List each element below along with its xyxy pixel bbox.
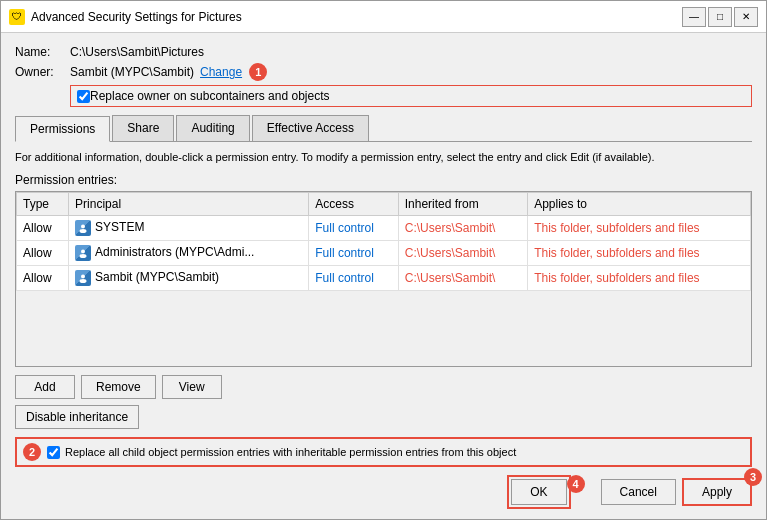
name-label: Name: <box>15 45 70 59</box>
svg-point-1 <box>80 229 87 233</box>
bottom-checkbox-label[interactable]: Replace all child object permission entr… <box>65 446 516 458</box>
table-row[interactable]: Allow Sambit (MYPC\Sambit) Full control … <box>17 266 751 291</box>
cell-applies-to: This folder, subfolders and files <box>528 266 751 291</box>
info-text: For additional information, double-click… <box>15 150 752 165</box>
badge-4: 4 <box>567 475 585 493</box>
window-title: Advanced Security Settings for Pictures <box>31 10 682 24</box>
col-type: Type <box>17 193 69 216</box>
main-content: Name: C:\Users\Sambit\Pictures Owner: Sa… <box>1 33 766 519</box>
ok-badge-wrapper: OK <box>507 475 570 509</box>
main-window: 🛡 Advanced Security Settings for Picture… <box>0 0 767 520</box>
permission-table: Type Principal Access Inherited from App… <box>16 192 751 291</box>
table-row[interactable]: Allow SYSTEM Full control C:\Users\Sambi… <box>17 216 751 241</box>
svg-point-2 <box>81 250 85 254</box>
cell-inherited-from: C:\Users\Sambit\ <box>398 241 527 266</box>
add-button[interactable]: Add <box>15 375 75 399</box>
owner-row: Owner: Sambit (MYPC\Sambit) Change 1 <box>15 63 752 81</box>
badge-2: 2 <box>23 443 41 461</box>
badge-1: 1 <box>249 63 267 81</box>
title-bar: 🛡 Advanced Security Settings for Picture… <box>1 1 766 33</box>
svg-point-5 <box>80 279 87 283</box>
tab-permissions[interactable]: Permissions <box>15 116 110 142</box>
badge-3: 3 <box>744 468 762 486</box>
svg-point-0 <box>81 225 85 229</box>
cell-type: Allow <box>17 216 69 241</box>
cell-inherited-from: C:\Users\Sambit\ <box>398 266 527 291</box>
cancel-button[interactable]: Cancel <box>601 479 676 505</box>
tab-bar: Permissions Share Auditing Effective Acc… <box>15 115 752 142</box>
tab-effective-access[interactable]: Effective Access <box>252 115 369 141</box>
svg-point-3 <box>80 254 87 258</box>
cell-principal: SYSTEM <box>69 216 309 241</box>
bottom-checkbox-row: 2 Replace all child object permission en… <box>15 437 752 467</box>
cell-access: Full control <box>309 266 399 291</box>
cell-applies-to: This folder, subfolders and files <box>528 241 751 266</box>
maximize-button[interactable]: □ <box>708 7 732 27</box>
replace-owner-row: Replace owner on subcontainers and objec… <box>70 85 752 107</box>
ok-button[interactable]: OK <box>511 479 566 505</box>
apply-badge-wrapper: Apply 3 <box>682 478 752 506</box>
tab-auditing[interactable]: Auditing <box>176 115 249 141</box>
permission-entries-label: Permission entries: <box>15 173 752 187</box>
window-controls: — □ ✕ <box>682 7 758 27</box>
cell-applies-to: This folder, subfolders and files <box>528 216 751 241</box>
name-value: C:\Users\Sambit\Pictures <box>70 45 204 59</box>
svg-point-4 <box>81 275 85 279</box>
window-icon: 🛡 <box>9 9 25 25</box>
disable-inheritance-button[interactable]: Disable inheritance <box>15 405 139 429</box>
close-button[interactable]: ✕ <box>734 7 758 27</box>
remove-button[interactable]: Remove <box>81 375 156 399</box>
replace-child-checkbox[interactable] <box>47 446 60 459</box>
name-row: Name: C:\Users\Sambit\Pictures <box>15 45 752 59</box>
col-principal: Principal <box>69 193 309 216</box>
col-applies-to: Applies to <box>528 193 751 216</box>
table-action-buttons: Add Remove View <box>15 375 752 399</box>
disable-inheritance-wrapper: Disable inheritance <box>15 405 752 429</box>
minimize-button[interactable]: — <box>682 7 706 27</box>
owner-label: Owner: <box>15 65 70 79</box>
cell-principal: Sambit (MYPC\Sambit) <box>69 266 309 291</box>
change-link[interactable]: Change <box>200 65 242 79</box>
cell-principal: Administrators (MYPC\Admi... <box>69 241 309 266</box>
cell-inherited-from: C:\Users\Sambit\ <box>398 216 527 241</box>
col-access: Access <box>309 193 399 216</box>
table-row[interactable]: Allow Administrators (MYPC\Admi... Full … <box>17 241 751 266</box>
cell-access: Full control <box>309 241 399 266</box>
replace-owner-checkbox[interactable] <box>77 90 90 103</box>
view-button[interactable]: View <box>162 375 222 399</box>
permission-table-wrapper: Type Principal Access Inherited from App… <box>15 191 752 367</box>
tab-share[interactable]: Share <box>112 115 174 141</box>
replace-owner-label[interactable]: Replace owner on subcontainers and objec… <box>90 89 329 103</box>
cell-access: Full control <box>309 216 399 241</box>
cell-type: Allow <box>17 266 69 291</box>
cell-type: Allow <box>17 241 69 266</box>
apply-button[interactable]: Apply <box>682 478 752 506</box>
owner-value: Sambit (MYPC\Sambit) <box>70 65 194 79</box>
action-buttons: OK 4 Cancel Apply 3 <box>15 475 752 509</box>
col-inherited-from: Inherited from <box>398 193 527 216</box>
